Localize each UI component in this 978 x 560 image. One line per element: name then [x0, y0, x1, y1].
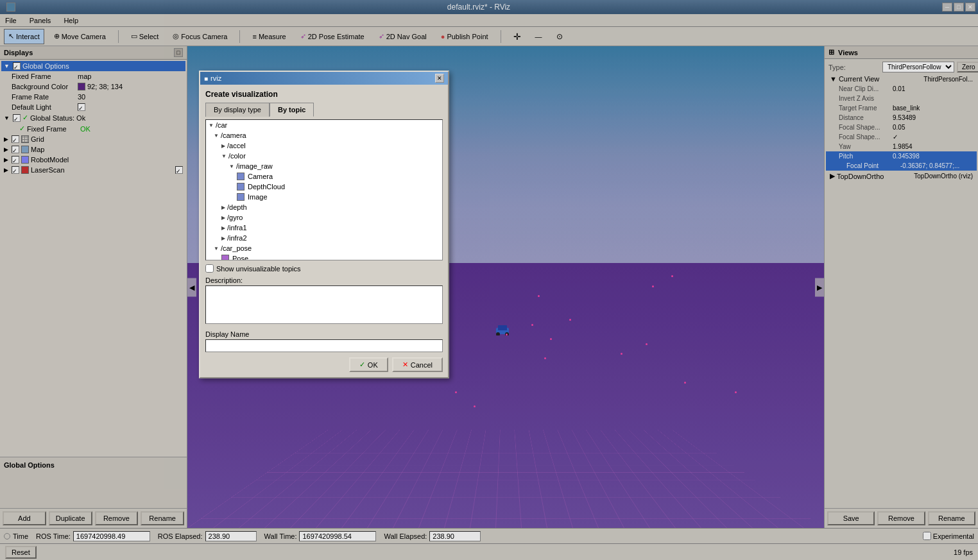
dlg-accel-item[interactable]: ▶ /accel: [206, 140, 442, 151]
dialog-icon: ■: [204, 75, 208, 82]
show-unvisualizable-label: Show unvisualizable topics: [216, 265, 300, 273]
display-name-label: Display Name: [205, 330, 443, 338]
dlg-gyro-item[interactable]: ▶ /gyro: [206, 212, 442, 223]
dlg-camera-item[interactable]: ▼ /camera: [206, 130, 442, 140]
show-unvisualizable-checkbox[interactable]: [205, 264, 214, 273]
display-name-input[interactable]: [205, 339, 443, 352]
dlg-carpose-item[interactable]: ▼ /car_pose: [206, 243, 442, 253]
dialog-titlebar: ■ rviz ✕: [200, 72, 448, 85]
image-icon: [237, 193, 244, 201]
depthcloud-icon: [237, 183, 244, 191]
tab-by-topic[interactable]: By topic: [270, 103, 314, 117]
show-unvisualizable-row: Show unvisualizable topics: [205, 264, 443, 273]
dlg-imageraw-item[interactable]: ▼ /image_raw: [206, 161, 442, 171]
dialog-title-left: ■ rviz: [204, 74, 221, 82]
dlg-depthcloud-item[interactable]: DepthCloud: [206, 182, 442, 192]
dlg-infra1-item[interactable]: ▶ /infra1: [206, 223, 442, 233]
dlg-car-item[interactable]: ▼ /car: [206, 120, 442, 130]
dialog-tabs: By display type By topic: [205, 103, 443, 117]
dialog-body: Create visualization By display type By …: [200, 85, 448, 377]
create-visualization-dialog: ■ rviz ✕ Create visualization By display…: [199, 71, 449, 378]
dlg-color-item[interactable]: ▼ /color: [206, 151, 442, 161]
ok-icon: ✓: [359, 361, 365, 369]
dlg-camera-type-item[interactable]: Camera: [206, 171, 442, 182]
dlg-pose-item[interactable]: Pose: [206, 253, 442, 260]
pose-icon: [221, 255, 229, 260]
dialog-topic-tree[interactable]: ▼ /car ▼ /camera ▶ /accel ▼ /color: [205, 119, 443, 260]
dialog-buttons: ✓ OK ✕ Cancel: [205, 357, 443, 372]
dialog-close-button[interactable]: ✕: [435, 74, 444, 83]
description-textarea[interactable]: [205, 285, 443, 324]
dialog-ok-button[interactable]: ✓ OK: [349, 357, 388, 372]
cancel-icon: ✕: [402, 361, 408, 369]
dlg-image-item[interactable]: Image: [206, 192, 442, 202]
tab-by-display-type[interactable]: By display type: [205, 103, 270, 117]
description-label: Description:: [205, 276, 443, 284]
dlg-infra2-item[interactable]: ▶ /infra2: [206, 233, 442, 243]
camera-type-icon: [237, 173, 244, 180]
modal-overlay: ■ rviz ✕ Create visualization By display…: [0, 0, 978, 560]
dlg-depth-item[interactable]: ▶ /depth: [206, 202, 442, 212]
dialog-title: rviz: [210, 74, 221, 82]
dialog-cancel-button[interactable]: ✕ Cancel: [392, 357, 443, 372]
create-visualization-label: Create visualization: [205, 90, 443, 99]
